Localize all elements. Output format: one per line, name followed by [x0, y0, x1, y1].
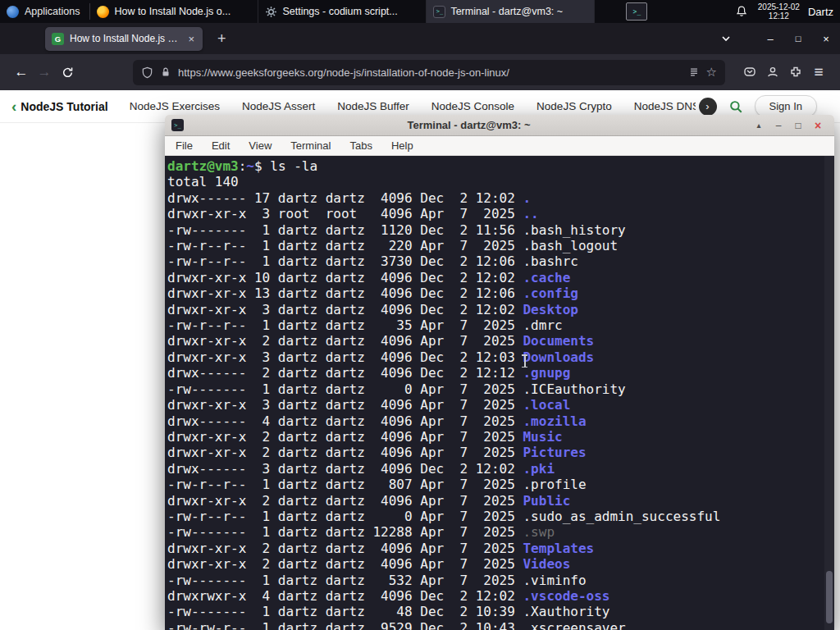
terminal-output-line: drwxr-xr-x 3 dartz dartz 4096 Apr 7 2025…	[167, 397, 823, 413]
browser-close-button[interactable]: ×	[812, 33, 840, 45]
terminal-window-icon: >_	[171, 119, 184, 131]
extensions-icon[interactable]	[784, 66, 807, 79]
file-name: .mozilla	[523, 413, 586, 429]
panel-window-button-terminal[interactable]: >_ Terminal - dartz@vm3: ~	[427, 0, 595, 23]
nav-link-nodejs-exercises[interactable]: NodeJS Exercises	[130, 100, 220, 112]
clock-time: 12:12	[758, 11, 800, 21]
file-name: Pictures	[523, 445, 586, 460]
terminal-output-line: drwxr-xr-x 2 dartz dartz 4096 Apr 7 2025…	[167, 493, 823, 509]
terminal-scrollbar-thumb[interactable]	[826, 571, 833, 623]
terminal-output-line: drwxr-xr-x 3 dartz dartz 4096 Dec 2 12:0…	[167, 302, 823, 317]
shade-button[interactable]: ▴	[749, 121, 769, 130]
terminal-output-line: -rw-r--r-- 1 dartz dartz 220 Apr 7 2025 …	[167, 238, 823, 253]
clock[interactable]: 2025-12-02 12:12	[758, 2, 800, 21]
terminal-icon: >_	[433, 6, 445, 18]
notification-bell-icon[interactable]	[733, 3, 750, 20]
nav-tutorial[interactable]: ‹ NodeJS Tutorial	[11, 98, 108, 114]
terminal-output-line: -rw-r--r-- 1 dartz dartz 0 Apr 7 2025 .s…	[167, 509, 823, 524]
menu-file[interactable]: File	[176, 139, 193, 152]
minimize-button[interactable]: –	[769, 120, 788, 131]
file-name: .bashrc	[523, 253, 578, 269]
browser-maximize-button[interactable]: □	[784, 34, 812, 43]
file-name: .profile	[523, 477, 586, 492]
terminal-output-line: drwx------ 4 dartz dartz 4096 Apr 7 2025…	[167, 413, 823, 429]
firefox-icon	[97, 6, 109, 18]
close-button[interactable]: ×	[808, 119, 828, 132]
terminal-output-line: drwxr-xr-x 2 dartz dartz 4096 Apr 7 2025…	[167, 445, 823, 460]
tab-nodejs-install[interactable]: G How to Install Node.js on... ×	[45, 27, 203, 51]
tab-bar: G How to Install Node.js on... × + – □ ×	[0, 23, 840, 54]
menu-tabs[interactable]: Tabs	[349, 139, 372, 152]
terminal-output-line: drwxr-xr-x 13 dartz dartz 4096 Dec 2 12:…	[167, 285, 823, 301]
terminal-output-line: drwxr-xr-x 2 dartz dartz 4096 Apr 7 2025…	[167, 541, 823, 556]
file-name: .pki	[523, 461, 555, 477]
terminal-output-line: -rw------- 1 dartz dartz 0 Apr 7 2025 .I…	[167, 381, 823, 397]
browser-minimize-button[interactable]: –	[756, 33, 784, 45]
menu-terminal[interactable]: Terminal	[290, 139, 331, 152]
terminal-total-line: total 140	[167, 174, 823, 189]
maximize-button[interactable]: □	[788, 120, 808, 131]
tab-close-icon[interactable]: ×	[186, 33, 196, 45]
lock-icon[interactable]	[160, 66, 171, 78]
reader-mode-icon[interactable]	[688, 66, 700, 78]
url-text[interactable]: https://www.geeksforgeeks.org/node-js/in…	[178, 66, 682, 79]
terminal-output-line: -rw------- 1 dartz dartz 1120 Dec 2 11:5…	[167, 222, 823, 238]
applications-label: Applications	[25, 6, 80, 17]
nav-link-nodejs-crypto[interactable]: NodeJS Crypto	[536, 100, 612, 112]
window-button-label: Settings - codium script...	[282, 6, 397, 17]
terminal-window: >_ Terminal - dartz@vm3: ~ ▴ – □ × File …	[165, 115, 834, 630]
panel-window-button-settings[interactable]: Settings - codium script...	[258, 0, 427, 23]
terminal-output-line: drwxrwxr-x 4 dartz dartz 4096 Dec 2 12:0…	[167, 588, 823, 604]
window-button-label: Terminal - dartz@vm3: ~	[450, 6, 563, 17]
file-name: .bash_logout	[523, 238, 618, 253]
chevron-right-icon: ›	[705, 100, 709, 112]
terminal-output-line: drwxr-xr-x 3 dartz dartz 4096 Dec 2 12:0…	[167, 349, 823, 365]
nav-link-nodejs-console[interactable]: NodeJS Console	[431, 100, 514, 112]
terminal-titlebar[interactable]: >_ Terminal - dartz@vm3: ~ ▴ – □ ×	[165, 115, 834, 136]
menu-view[interactable]: View	[249, 139, 272, 152]
menu-edit[interactable]: Edit	[212, 139, 230, 152]
applications-menu-button[interactable]: Applications	[0, 0, 89, 23]
file-name: Downloads	[523, 349, 594, 365]
terminal-scrollbar[interactable]	[824, 156, 834, 630]
prompt-user-host: dartz@vm3	[167, 158, 239, 174]
file-name: Videos	[523, 556, 570, 572]
account-icon[interactable]	[761, 66, 784, 79]
file-name: .Xauthority	[523, 604, 609, 619]
pocket-icon[interactable]	[738, 66, 761, 79]
reload-button[interactable]	[56, 66, 79, 79]
forward-button[interactable]: →	[33, 64, 56, 80]
terminal-output-line: -rw------- 1 dartz dartz 532 Apr 7 2025 …	[167, 573, 823, 588]
new-tab-button[interactable]: +	[212, 30, 231, 48]
nav-links: NodeJS Exercises NodeJS Assert NodeJS Bu…	[130, 100, 696, 112]
navigation-toolbar: ← → https://www.geeksforgeeks.org/node-j…	[0, 54, 840, 90]
terminal-command: ls -la	[270, 158, 317, 174]
terminal-output-line: drwx------ 3 dartz dartz 4096 Dec 2 12:0…	[167, 461, 823, 477]
file-name: .ICEauthority	[523, 381, 625, 397]
terminal-content[interactable]: dartz@vm3:~$ ls -la total 140 drwx------…	[165, 156, 834, 630]
chevron-left-icon[interactable]: ‹	[11, 98, 16, 114]
nav-link-nodejs-assert[interactable]: NodeJS Assert	[242, 100, 315, 112]
nav-scroll-right-button[interactable]: ›	[699, 98, 717, 116]
hamburger-menu-icon[interactable]: ≡	[807, 63, 830, 81]
nav-tutorial-label: NodeJS Tutorial	[21, 100, 107, 113]
sign-in-button[interactable]: Sign In	[755, 95, 817, 117]
user-label[interactable]: Dartz	[808, 6, 833, 18]
bookmark-star-icon[interactable]: ☆	[706, 65, 717, 80]
file-name: .xscreensaver	[523, 620, 625, 630]
search-icon[interactable]	[724, 99, 748, 114]
url-bar[interactable]: https://www.geeksforgeeks.org/node-js/in…	[133, 60, 725, 85]
tab-title: How to Install Node.js on...	[70, 33, 180, 44]
terminal-output-line: -rw------- 1 dartz dartz 48 Dec 2 10:39 …	[167, 604, 823, 619]
panel-window-button-firefox[interactable]: How to Install Node.js o...	[90, 0, 258, 23]
list-tabs-button[interactable]	[720, 33, 732, 44]
tracking-shield-icon[interactable]	[141, 66, 153, 79]
file-name: Documents	[523, 333, 594, 349]
file-name: .gnupg	[523, 365, 570, 381]
nav-link-nodejs-dns[interactable]: NodeJS DNS	[634, 100, 696, 112]
nav-link-nodejs-buffer[interactable]: NodeJS Buffer	[337, 100, 409, 112]
menu-help[interactable]: Help	[391, 139, 413, 152]
tray-terminal-icon[interactable]: >_	[626, 2, 647, 21]
file-name: ..	[523, 206, 538, 221]
back-button[interactable]: ←	[10, 64, 33, 80]
